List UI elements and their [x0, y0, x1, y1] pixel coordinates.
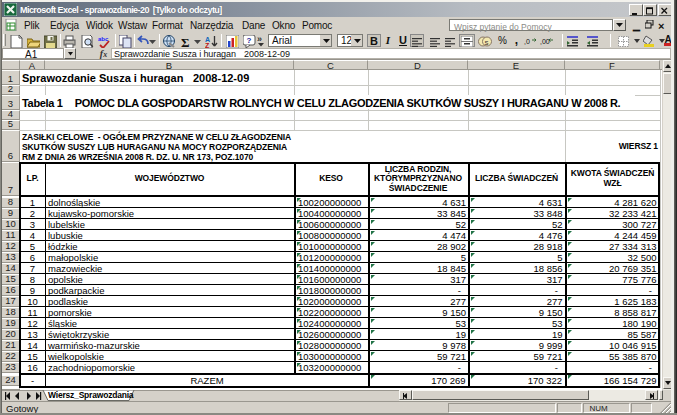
svg-text:s: s	[485, 38, 489, 47]
svg-text:,0: ,0	[524, 38, 530, 45]
svg-text:,00: ,00	[540, 38, 550, 45]
svg-text:?: ?	[247, 36, 252, 45]
svg-text:abc: abc	[98, 36, 109, 42]
